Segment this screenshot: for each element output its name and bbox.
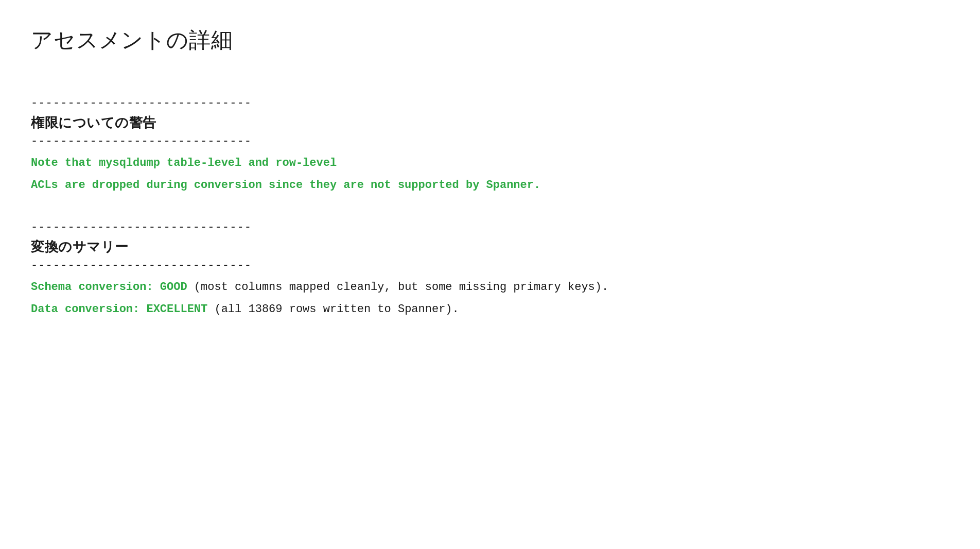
warning-divider-bottom: ------------------------------ bbox=[31, 134, 949, 150]
schema-conversion-line: Schema conversion: GOOD (most columns ma… bbox=[31, 278, 949, 296]
warning-line1: Note that mysqldump table-level and row-… bbox=[31, 154, 949, 172]
warning-line2: ACLs are dropped during conversion since… bbox=[31, 176, 949, 194]
summary-section: ------------------------------ 変換のサマリー -… bbox=[31, 220, 949, 318]
summary-divider-top: ------------------------------ bbox=[31, 220, 949, 236]
data-label: Data conversion: EXCELLENT bbox=[31, 303, 207, 316]
warning-section: ------------------------------ 権限についての警告… bbox=[31, 96, 949, 194]
summary-title: 変換のサマリー bbox=[31, 238, 949, 256]
schema-label: Schema conversion: GOOD bbox=[31, 281, 187, 294]
summary-divider-bottom: ------------------------------ bbox=[31, 258, 949, 274]
data-conversion-line: Data conversion: EXCELLENT (all 13869 ro… bbox=[31, 300, 949, 318]
schema-rest: (most columns mapped cleanly, but some m… bbox=[187, 281, 609, 294]
page-title: アセスメントの詳細 bbox=[31, 26, 949, 55]
warning-divider-top: ------------------------------ bbox=[31, 96, 949, 112]
warning-title: 権限についての警告 bbox=[31, 114, 949, 132]
data-rest: (all 13869 rows written to Spanner). bbox=[207, 303, 459, 316]
